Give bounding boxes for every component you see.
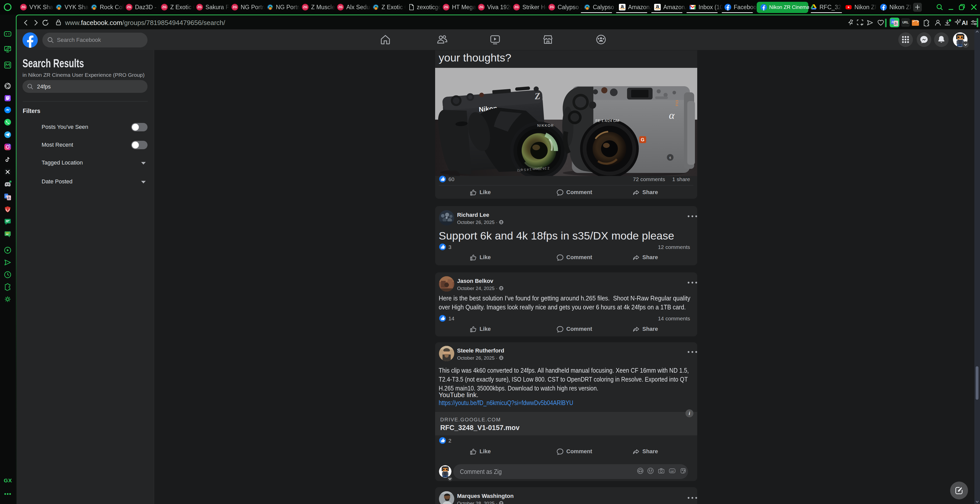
svg-text:GIF: GIF: [670, 470, 675, 472]
svg-text:FE 1.4/24 GM: FE 1.4/24 GM: [595, 118, 619, 123]
svg-text:あ: あ: [7, 196, 11, 200]
svg-text:G: G: [641, 137, 644, 142]
svg-text:AI: AI: [962, 19, 968, 26]
svg-text:6: 6: [670, 156, 671, 160]
svg-text:Z: Z: [534, 91, 541, 101]
svg-text:NIKKOR: NIKKOR: [537, 124, 554, 128]
svg-text:α: α: [669, 109, 675, 121]
svg-text:FX3: FX3: [675, 100, 679, 106]
